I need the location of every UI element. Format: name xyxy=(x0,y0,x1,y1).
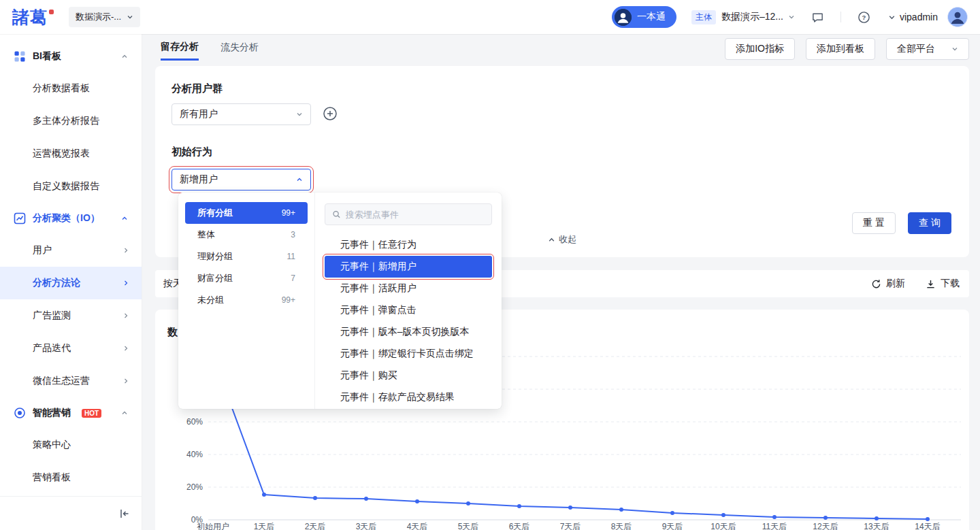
event-group-count: 99+ xyxy=(282,295,295,305)
message-icon[interactable] xyxy=(811,11,824,24)
event-item[interactable]: 元事件｜活跃用户 xyxy=(325,278,492,299)
sidebar-group-io-header[interactable]: 分析聚类（IO） xyxy=(0,203,142,234)
event-group-item[interactable]: 整体 3 xyxy=(185,224,308,246)
add-io-metric-button[interactable]: 添加IO指标 xyxy=(725,38,795,60)
user-menu[interactable]: vipadmin xyxy=(888,12,938,22)
chevron-up-icon xyxy=(548,236,555,244)
svg-text:5天后: 5天后 xyxy=(458,522,479,530)
add-to-board-button[interactable]: 添加到看板 xyxy=(806,38,875,60)
search-icon xyxy=(332,210,341,219)
top-header: 諸葛 数据演示-... 一本通 主体 数据演示–12... ? vipadmin xyxy=(0,0,980,34)
chevron-down-icon xyxy=(127,14,133,20)
header-right: 一本通 主体 数据演示–12... ? vipadmin xyxy=(612,6,968,28)
chevron-right-icon xyxy=(122,280,129,286)
sidebar-item[interactable]: 分析数据看板 xyxy=(0,72,142,105)
reset-button[interactable]: 重 置 xyxy=(852,212,896,234)
sidebar-group-bi-items: 分析数据看板 多主体分析报告 运营概览报表 自定义数据报告 xyxy=(0,72,142,203)
yibentong-label: 一本通 xyxy=(637,11,666,23)
event-group-item[interactable]: 理财分组 11 xyxy=(185,246,308,267)
tab-churn[interactable]: 流失分析 xyxy=(220,39,259,59)
download-button[interactable]: 下载 xyxy=(926,278,960,290)
sidebar-group-marketing-header[interactable]: 智能营销 HOT xyxy=(0,397,142,429)
event-search-box[interactable] xyxy=(325,203,492,225)
sidebar-group-marketing: 智能营销 HOT 策略中心 营销看板 xyxy=(0,397,142,494)
help-icon[interactable]: ? xyxy=(858,11,870,24)
query-button[interactable]: 查 询 xyxy=(908,212,951,234)
event-item[interactable]: 元事件｜任意行为 xyxy=(325,234,492,256)
target-icon xyxy=(14,407,26,419)
event-item[interactable]: 元事件｜绑定银行卡页点击绑定 xyxy=(325,343,492,365)
chevron-down-icon xyxy=(296,111,303,118)
sidebar-item[interactable]: 分析方法论 xyxy=(0,267,142,299)
event-group-count: 7 xyxy=(291,274,295,283)
svg-text:20%: 20% xyxy=(186,482,203,492)
event-group-item[interactable]: 未分组 99+ xyxy=(185,289,308,311)
analysis-tab-bar: 留存分析 流失分析 添加IO指标 添加到看板 全部平台 xyxy=(142,34,980,64)
sidebar-item[interactable]: 用户 xyxy=(0,234,142,267)
svg-text:9天后: 9天后 xyxy=(662,522,683,530)
svg-text:1天后: 1天后 xyxy=(254,522,275,530)
sidebar-item[interactable]: 微信生态运营 xyxy=(0,365,142,397)
chevron-right-icon xyxy=(122,378,129,384)
sidebar-group-io-items: 用户 分析方法论 广告监测 产品迭代 xyxy=(0,234,142,397)
svg-text:3天后: 3天后 xyxy=(356,522,377,530)
collapse-filters-link[interactable]: 收起 xyxy=(548,233,576,246)
subject-selector[interactable]: 数据演示–12... xyxy=(721,11,795,23)
user-group-value: 所有用户 xyxy=(180,108,218,120)
dashboard-icon xyxy=(14,50,26,63)
user-group-select[interactable]: 所有用户 xyxy=(172,103,311,125)
event-item[interactable]: 元事件｜购买 xyxy=(325,365,492,386)
svg-text:7天后: 7天后 xyxy=(560,522,581,530)
user-group-label: 分析用户群 xyxy=(172,82,223,95)
sidebar-group-label: 智能营销 xyxy=(33,407,71,419)
platform-value: 全部平台 xyxy=(897,43,935,55)
event-group-item[interactable]: 财富分组 7 xyxy=(185,267,308,289)
event-item[interactable]: 元事件｜新增用户 xyxy=(325,256,492,278)
event-search-input[interactable] xyxy=(346,210,485,220)
sidebar-item[interactable]: 自定义数据报告 xyxy=(0,170,142,203)
analysis-icon xyxy=(14,212,26,225)
username: vipadmin xyxy=(900,12,938,22)
subject-tag: 主体 xyxy=(691,10,716,24)
sidebar-group-label: BI看板 xyxy=(33,50,61,63)
event-group-count: 11 xyxy=(287,252,295,261)
svg-text:14天后: 14天后 xyxy=(915,522,940,530)
initial-behavior-select[interactable]: 新增用户 xyxy=(172,169,311,191)
svg-text:8天后: 8天后 xyxy=(611,522,632,530)
header-divider xyxy=(840,12,841,22)
brand-seal xyxy=(49,10,54,14)
chevron-up-icon xyxy=(296,176,303,183)
hot-badge: HOT xyxy=(82,409,101,418)
sidebar: BI看板 分析数据看板 多主体分析报告 运营概览报表 自定义数据报告 分析聚类（… xyxy=(0,34,142,530)
sidebar-group-label: 分析聚类（IO） xyxy=(33,212,100,225)
svg-text:2天后: 2天后 xyxy=(305,522,326,530)
event-group-item[interactable]: 所有分组 99+ xyxy=(185,202,308,224)
event-item[interactable]: 元事件｜存款产品交易结果 xyxy=(325,386,492,408)
sidebar-item[interactable]: 营销看板 xyxy=(0,461,142,494)
subject-value: 数据演示–12... xyxy=(721,11,783,23)
add-user-group-button[interactable] xyxy=(323,106,338,121)
collapse-sidebar-icon[interactable] xyxy=(119,508,130,519)
sidebar-item[interactable]: 产品迭代 xyxy=(0,332,142,365)
platform-select[interactable]: 全部平台 xyxy=(886,38,969,60)
brand-logo[interactable]: 諸葛 xyxy=(12,9,54,26)
yibentong-button[interactable]: 一本通 xyxy=(612,6,676,28)
event-item[interactable]: 元事件｜弹窗点击 xyxy=(325,299,492,321)
sidebar-item[interactable]: 广告监测 xyxy=(0,299,142,332)
chevron-down-icon xyxy=(951,46,958,52)
initial-behavior-value: 新增用户 xyxy=(180,173,218,186)
event-item[interactable]: 元事件｜版本–版本页切换版本 xyxy=(325,321,492,343)
refresh-button[interactable]: 刷新 xyxy=(871,278,905,290)
event-group-count: 99+ xyxy=(282,208,295,218)
workspace-selector[interactable]: 数据演示-... xyxy=(69,7,140,27)
event-group-list: 所有分组 99+ 整体 3 理财分组 11 财富分组 7 未分组 99+ xyxy=(178,193,314,409)
user-avatar[interactable] xyxy=(947,7,968,27)
sidebar-group-bi-header[interactable]: BI看板 xyxy=(0,41,142,72)
brand-text: 諸葛 xyxy=(12,9,48,26)
tab-retention[interactable]: 留存分析 xyxy=(161,38,199,61)
chevron-up-icon xyxy=(121,215,128,222)
sidebar-item[interactable]: 多主体分析报告 xyxy=(0,105,142,137)
chevron-up-icon xyxy=(121,53,128,60)
sidebar-item[interactable]: 策略中心 xyxy=(0,429,142,461)
sidebar-item[interactable]: 运营概览报表 xyxy=(0,137,142,170)
